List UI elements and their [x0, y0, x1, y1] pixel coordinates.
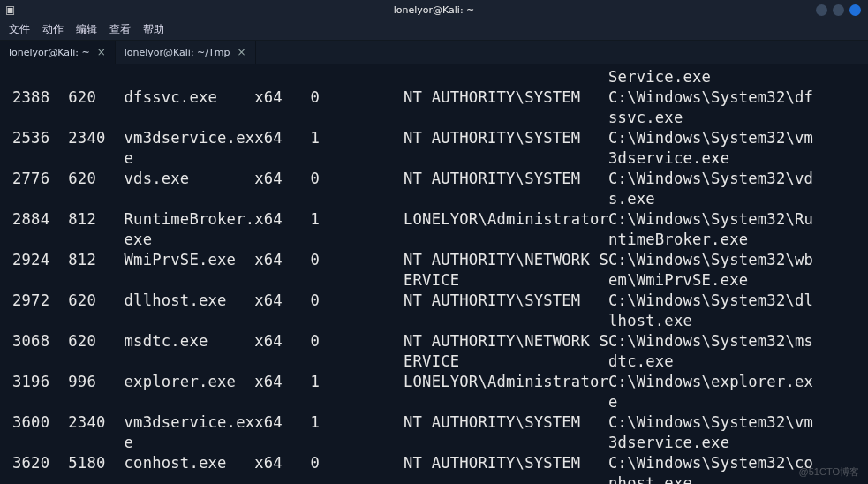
menu-help[interactable]: 帮助 [143, 22, 164, 37]
tab-bar: lonelyor@Kali: ~ × lonelyor@Kali: ~/Tmp … [0, 41, 868, 64]
terminal-output[interactable]: Service.exe 2388 620 dfssvc.exe x64 0 NT… [0, 64, 868, 484]
tab-session-2[interactable]: lonelyor@Kali: ~/Tmp × [116, 41, 256, 64]
maximize-icon[interactable] [833, 4, 844, 16]
window-controls [816, 4, 868, 16]
close-tab-icon[interactable]: × [97, 46, 106, 58]
tab-label: lonelyor@Kali: ~ [9, 47, 90, 58]
tab-label: lonelyor@Kali: ~/Tmp [125, 47, 230, 58]
window-title: lonelyor@Kali: ~ [394, 4, 475, 16]
title-bar: ▣ lonelyor@Kali: ~ [0, 0, 868, 19]
menu-file[interactable]: 文件 [9, 22, 30, 37]
close-tab-icon[interactable]: × [237, 46, 245, 58]
menu-bar: 文件 动作 编辑 查看 帮助 [0, 19, 868, 41]
menu-view[interactable]: 查看 [109, 22, 131, 37]
close-icon[interactable] [849, 4, 861, 16]
watermark: @51CTO博客 [799, 465, 859, 479]
tab-session-1[interactable]: lonelyor@Kali: ~ × [0, 41, 116, 64]
menu-edit[interactable]: 编辑 [76, 22, 97, 37]
minimize-icon[interactable] [816, 4, 827, 16]
menu-actions[interactable]: 动作 [42, 22, 64, 37]
app-icon: ▣ [0, 4, 20, 16]
